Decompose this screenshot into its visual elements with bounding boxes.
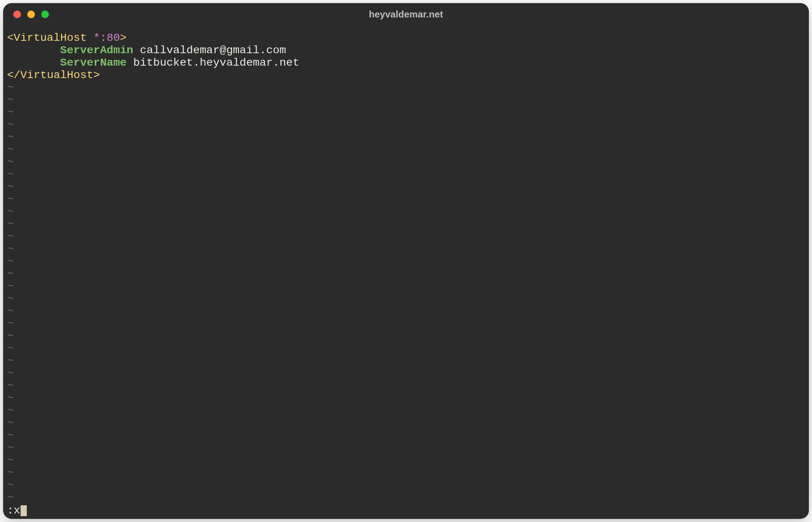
empty-line-marker: ~ [7, 330, 805, 343]
empty-line-marker: ~ [7, 454, 805, 467]
file-line: <VirtualHost *:80> [7, 32, 805, 44]
empty-line-marker: ~ [7, 119, 805, 131]
empty-line-marker: ~ [7, 318, 805, 330]
file-line: ServerName bitbucket.heyvaldemar.net [7, 57, 805, 69]
empty-line-marker: ~ [7, 479, 805, 492]
empty-line-marker: ~ [7, 293, 805, 305]
empty-line-marker: ~ [7, 355, 805, 367]
minimize-icon[interactable] [27, 10, 35, 18]
command-text: x [14, 505, 20, 517]
angle-close-icon: > [93, 69, 100, 82]
file-line: ServerAdmin callvaldemar@gmail.com [7, 44, 805, 57]
traffic-lights [13, 3, 49, 26]
empty-line-marker: ~ [7, 169, 805, 181]
empty-line-marker: ~ [7, 231, 805, 243]
empty-line-marker: ~ [7, 193, 805, 206]
terminal-body[interactable]: <VirtualHost *:80> ServerAdmin callvalde… [3, 26, 809, 519]
terminal-window: heyvaldemar.net <VirtualHost *:80> Serve… [3, 3, 809, 519]
tag-name: VirtualHost [20, 69, 93, 82]
empty-line-marker: ~ [7, 343, 805, 355]
directive-name: ServerName [60, 56, 127, 69]
cursor-icon [21, 505, 27, 516]
empty-line-marker: ~ [7, 417, 805, 430]
angle-open-icon: < [7, 69, 14, 82]
command-colon: : [7, 505, 14, 517]
empty-line-marker: ~ [7, 367, 805, 380]
empty-line-marker: ~ [7, 430, 805, 442]
empty-line-marker: ~ [7, 405, 805, 417]
empty-line-marker: ~ [7, 442, 805, 454]
empty-line-marker: ~ [7, 492, 805, 504]
file-line: </VirtualHost> [7, 69, 805, 82]
vim-command-line[interactable]: :x [7, 504, 805, 519]
directive-value: callvaldemar@gmail.com [140, 44, 286, 57]
empty-line-marker: ~ [7, 181, 805, 193]
empty-line-marker: ~ [7, 218, 805, 231]
empty-line-marker: ~ [7, 305, 805, 318]
empty-line-marker: ~ [7, 256, 805, 268]
empty-line-marker: ~ [7, 144, 805, 156]
empty-line-marker: ~ [7, 392, 805, 405]
empty-line-marker: ~ [7, 380, 805, 392]
directive-name: ServerAdmin [60, 44, 133, 57]
directive-value: bitbucket.heyvaldemar.net [133, 56, 300, 69]
tag-name: VirtualHost [14, 31, 87, 44]
empty-line-marker: ~ [7, 106, 805, 119]
window-title: heyvaldemar.net [369, 9, 443, 20]
empty-line-marker: ~ [7, 82, 805, 94]
empty-line-marker: ~ [7, 94, 805, 106]
close-icon[interactable] [13, 10, 21, 18]
empty-line-marker: ~ [7, 206, 805, 218]
titlebar: heyvaldemar.net [3, 3, 809, 26]
empty-line-marker: ~ [7, 131, 805, 144]
empty-line-marker: ~ [7, 156, 805, 169]
slash-icon: / [14, 69, 20, 82]
angle-close-icon: > [120, 31, 127, 44]
empty-line-marker: ~ [7, 243, 805, 256]
tag-attr: *:80 [93, 31, 120, 44]
angle-open-icon: < [7, 31, 14, 44]
zoom-icon[interactable] [41, 10, 49, 18]
empty-line-marker: ~ [7, 280, 805, 293]
empty-line-marker: ~ [7, 467, 805, 479]
empty-line-marker: ~ [7, 268, 805, 280]
